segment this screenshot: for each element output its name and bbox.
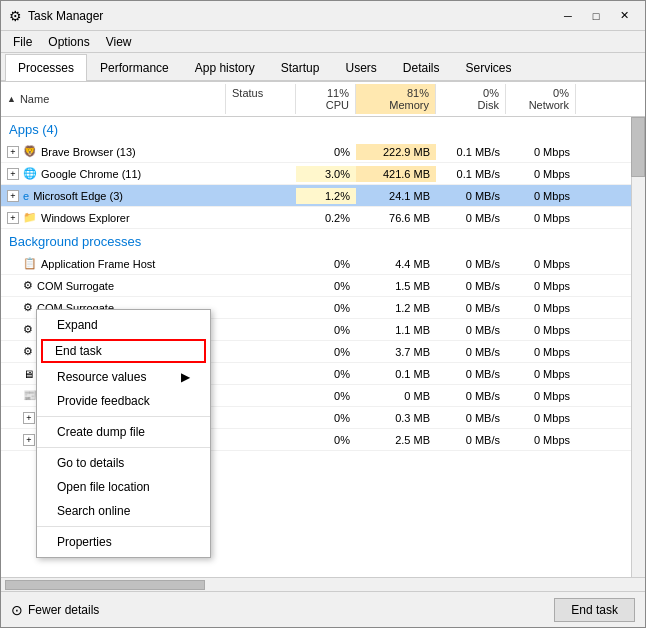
row-mem: 222.9 MB <box>356 144 436 160</box>
ctx-search-online[interactable]: Search online <box>37 499 210 523</box>
mem-percent: 81% <box>362 87 429 99</box>
cpu-label: CPU <box>302 99 349 111</box>
ctx-resource-values[interactable]: Resource values ▶ <box>37 365 210 389</box>
net-percent: 0% <box>512 87 569 99</box>
tabs-bar: Processes Performance App history Startu… <box>1 53 645 82</box>
ctx-sep-2 <box>37 447 210 448</box>
title-bar-left: ⚙ Task Manager <box>9 8 103 24</box>
cpu-percent: 11% <box>302 87 349 99</box>
tab-details[interactable]: Details <box>390 54 453 81</box>
row-mem: 24.1 MB <box>356 188 436 204</box>
table-row[interactable]: + 🦁 Brave Browser (13) 0% 222.9 MB 0.1 M… <box>1 141 645 163</box>
menu-view[interactable]: View <box>98 33 140 51</box>
col-header-cpu[interactable]: 11% CPU <box>296 84 356 114</box>
row-net: 0 Mbps <box>506 166 576 182</box>
mem-label: Memory <box>362 99 429 111</box>
com3-icon: ⚙ <box>23 323 33 336</box>
ctx-open-file-location[interactable]: Open file location <box>37 475 210 499</box>
col-header-network[interactable]: 0% Network <box>506 84 576 114</box>
fewer-details-icon: ⊙ <box>11 602 23 618</box>
tab-startup[interactable]: Startup <box>268 54 333 81</box>
title-bar-controls: ─ □ ✕ <box>555 6 637 26</box>
expand-icon[interactable]: + <box>23 412 35 424</box>
maximize-button[interactable]: □ <box>583 6 609 26</box>
col-header-name[interactable]: ▲ Name <box>1 84 226 114</box>
ctx-create-dump[interactable]: Create dump file <box>37 420 210 444</box>
row-name-com1: ⚙ COM Surrogate <box>1 277 226 294</box>
table-body: Apps (4) + 🦁 Brave Browser (13) 0% 222.9… <box>1 117 645 577</box>
row-mem: 76.6 MB <box>356 210 436 226</box>
task-manager-window: ⚙ Task Manager ─ □ ✕ File Options View P… <box>0 0 646 628</box>
row-name-chrome: + 🌐 Google Chrome (11) <box>1 165 226 182</box>
fewer-details-button[interactable]: ⊙ Fewer details <box>11 602 99 618</box>
tab-app-history[interactable]: App history <box>182 54 268 81</box>
horiz-scrollbar-thumb[interactable] <box>5 580 205 590</box>
expand-icon[interactable]: + <box>7 212 19 224</box>
scrollbar[interactable] <box>631 117 645 577</box>
net-label: Network <box>512 99 569 111</box>
menu-options[interactable]: Options <box>40 33 97 51</box>
table-row[interactable]: 📋 Application Frame Host 0% 4.4 MB 0 MB/… <box>1 253 645 275</box>
ctx-expand[interactable]: Expand <box>37 313 210 337</box>
col-header-memory[interactable]: 81% Memory <box>356 84 436 114</box>
tab-users[interactable]: Users <box>332 54 389 81</box>
context-menu: Expand End task Resource values ▶ Provid… <box>36 309 211 558</box>
row-net: 0 Mbps <box>506 188 576 204</box>
col-header-status[interactable]: Status <box>226 84 296 114</box>
content-area: ▲ Name Status 11% CPU 81% Memory 0% Disk… <box>1 82 645 591</box>
row-disk: 0 MB/s <box>436 188 506 204</box>
ctx-go-to-details[interactable]: Go to details <box>37 451 210 475</box>
row-name-explorer: + 📁 Windows Explorer <box>1 209 226 226</box>
row-status <box>226 216 296 220</box>
table-row[interactable]: + e Microsoft Edge (3) 1.2% 24.1 MB 0 MB… <box>1 185 645 207</box>
row-cpu: 0% <box>296 144 356 160</box>
row-name-app-frame: 📋 Application Frame Host <box>1 255 226 272</box>
explorer-icon: 📁 <box>23 211 37 224</box>
brave-icon: 🦁 <box>23 145 37 158</box>
col-header-disk[interactable]: 0% Disk <box>436 84 506 114</box>
app-frame-icon: 📋 <box>23 257 37 270</box>
row-name-brave: + 🦁 Brave Browser (13) <box>1 143 226 160</box>
section-apps-title: Apps (4) <box>1 120 576 139</box>
tab-performance[interactable]: Performance <box>87 54 182 81</box>
row-mem: 421.6 MB <box>356 166 436 182</box>
table-row[interactable]: + 📁 Windows Explorer 0.2% 76.6 MB 0 MB/s… <box>1 207 645 229</box>
sort-up-icon: ▲ <box>7 94 16 104</box>
row-net: 0 Mbps <box>506 210 576 226</box>
row-disk: 0.1 MB/s <box>436 166 506 182</box>
ctx-provide-feedback[interactable]: Provide feedback <box>37 389 210 413</box>
table-row[interactable]: + 🌐 Google Chrome (11) 3.0% 421.6 MB 0.1… <box>1 163 645 185</box>
ctx-sep-1 <box>37 416 210 417</box>
tab-processes[interactable]: Processes <box>5 54 87 81</box>
scrollbar-thumb[interactable] <box>631 117 645 177</box>
menu-file[interactable]: File <box>5 33 40 51</box>
title-bar: ⚙ Task Manager ─ □ ✕ <box>1 1 645 31</box>
expand-icon[interactable]: + <box>7 190 19 202</box>
table-header: ▲ Name Status 11% CPU 81% Memory 0% Disk… <box>1 82 645 117</box>
row-disk: 0.1 MB/s <box>436 144 506 160</box>
ctx-end-task[interactable]: End task <box>41 339 206 363</box>
row-cpu: 3.0% <box>296 166 356 182</box>
table-row[interactable]: ⚙ COM Surrogate 0% 1.5 MB 0 MB/s 0 Mbps <box>1 275 645 297</box>
window-title: Task Manager <box>28 9 103 23</box>
expand-icon[interactable]: + <box>23 434 35 446</box>
close-button[interactable]: ✕ <box>611 6 637 26</box>
ctx-sep-3 <box>37 526 210 527</box>
row-cpu: 1.2% <box>296 188 356 204</box>
com2-icon: ⚙ <box>23 301 33 314</box>
minimize-button[interactable]: ─ <box>555 6 581 26</box>
horizontal-scrollbar[interactable] <box>1 577 645 591</box>
feeds-icon: 📰 <box>23 389 37 402</box>
expand-icon[interactable]: + <box>7 168 19 180</box>
col-name-label: Name <box>20 93 49 105</box>
ctf-icon: ⚙ <box>23 345 33 358</box>
end-task-button[interactable]: End task <box>554 598 635 622</box>
com-icon: ⚙ <box>23 279 33 292</box>
tab-services[interactable]: Services <box>453 54 525 81</box>
disk-percent: 0% <box>442 87 499 99</box>
expand-icon[interactable]: + <box>7 146 19 158</box>
bottom-bar: ⊙ Fewer details End task <box>1 591 645 627</box>
row-name-edge: + e Microsoft Edge (3) <box>1 188 226 204</box>
row-cpu: 0.2% <box>296 210 356 226</box>
ctx-properties[interactable]: Properties <box>37 530 210 554</box>
